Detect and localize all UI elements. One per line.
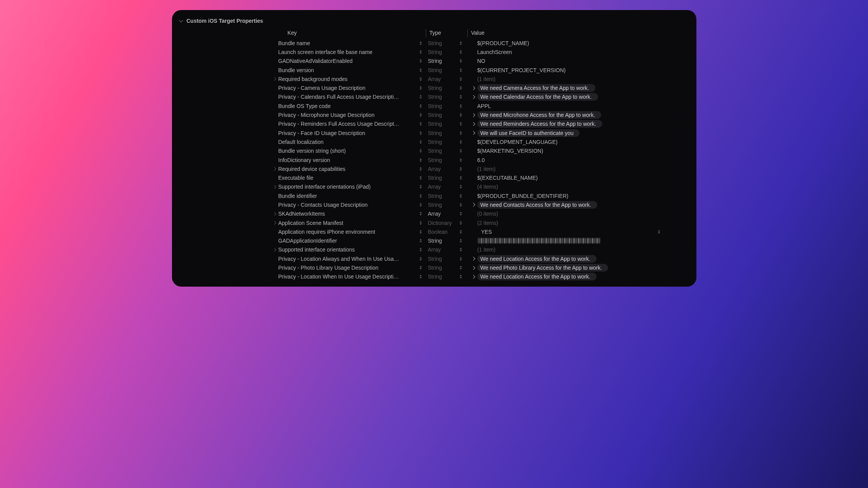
type-stepper-icon[interactable] [458, 211, 463, 217]
type-stepper-icon[interactable] [458, 67, 463, 73]
type-cell[interactable]: String [426, 83, 468, 92]
key-cell[interactable]: Supported interface orientations [172, 245, 426, 254]
type-cell[interactable]: String [426, 191, 468, 200]
type-cell[interactable]: String [426, 137, 468, 146]
value-stepper-icon[interactable] [656, 229, 662, 235]
chevron-right-icon[interactable] [470, 112, 477, 118]
type-cell[interactable]: String [426, 236, 468, 245]
key-stepper-icon[interactable] [418, 184, 423, 190]
value-cell[interactable]: $(EXECUTABLE_NAME) [468, 173, 696, 182]
type-stepper-icon[interactable] [458, 265, 463, 271]
panel-header[interactable]: Custom iOS Target Properties [172, 16, 696, 28]
table-row[interactable]: Application requires iPhone environmentB… [172, 227, 696, 236]
table-row[interactable]: SKAdNetworkItemsArray(0 items) [172, 209, 696, 218]
chevron-right-icon[interactable] [271, 247, 278, 253]
key-cell[interactable]: InfoDictionary version [172, 155, 426, 164]
key-cell[interactable]: Default localization [172, 137, 426, 146]
key-stepper-icon[interactable] [418, 202, 423, 208]
key-cell[interactable]: Required background modes [172, 74, 426, 83]
table-row[interactable]: Bundle version string (short)String$(MAR… [172, 147, 696, 155]
key-cell[interactable]: Privacy - Reminders Full Access Usage De… [172, 120, 426, 128]
chevron-right-icon[interactable] [470, 202, 477, 208]
table-row[interactable]: Default localizationString$(DEVELOPMENT_… [172, 137, 696, 146]
column-divider[interactable] [467, 29, 468, 37]
type-stepper-icon[interactable] [458, 193, 463, 199]
type-cell[interactable]: String [426, 110, 468, 119]
key-stepper-icon[interactable] [418, 58, 423, 64]
value-cell[interactable]: We need Contacts Access for the App to w… [468, 200, 696, 209]
type-cell[interactable]: String [426, 47, 468, 56]
key-stepper-icon[interactable] [418, 265, 423, 271]
chevron-right-icon[interactable] [271, 220, 278, 226]
column-value[interactable]: Value [468, 28, 696, 39]
value-cell[interactable]: We need Photo Library Access for the App… [468, 263, 696, 272]
table-row[interactable]: Bundle versionString$(CURRENT_PROJECT_VE… [172, 66, 696, 74]
key-cell[interactable]: Privacy - Camera Usage Description [172, 83, 426, 92]
type-cell[interactable]: String [426, 128, 468, 137]
type-cell[interactable]: Array [426, 209, 468, 218]
key-stepper-icon[interactable] [418, 130, 423, 136]
type-cell[interactable]: Array [426, 164, 468, 173]
table-row[interactable]: Bundle OS Type codeStringAPPL [172, 101, 696, 110]
type-stepper-icon[interactable] [458, 112, 463, 118]
table-row[interactable]: Privacy - Location When In Use Usage Des… [172, 272, 696, 281]
type-cell[interactable]: String [426, 263, 468, 272]
key-cell[interactable]: Executable file [172, 173, 426, 182]
key-stepper-icon[interactable] [418, 220, 423, 226]
value-cell[interactable]: We need Location Access for the App to w… [468, 254, 696, 263]
key-stepper-icon[interactable] [418, 112, 423, 118]
type-stepper-icon[interactable] [458, 49, 463, 55]
value-cell[interactable]: (0 items) [468, 209, 696, 218]
column-divider[interactable] [426, 29, 426, 37]
key-stepper-icon[interactable] [418, 247, 423, 253]
key-cell[interactable]: Application Scene Manifest [172, 218, 426, 227]
key-stepper-icon[interactable] [418, 166, 423, 172]
value-cell[interactable]: We need Reminders Access for the App to … [468, 120, 696, 128]
table-row[interactable]: GADNativeAdValidatorEnabledStringNO [172, 57, 696, 66]
key-stepper-icon[interactable] [418, 94, 423, 100]
table-row[interactable]: Supported interface orientationsArray(1 … [172, 245, 696, 254]
key-stepper-icon[interactable] [418, 103, 423, 109]
key-stepper-icon[interactable] [418, 193, 423, 199]
type-stepper-icon[interactable] [458, 121, 463, 127]
key-stepper-icon[interactable] [418, 238, 423, 244]
table-row[interactable]: Privacy - Location Always and When In Us… [172, 254, 696, 263]
type-stepper-icon[interactable] [458, 103, 463, 109]
type-stepper-icon[interactable] [458, 166, 463, 172]
type-cell[interactable]: String [426, 57, 468, 66]
key-stepper-icon[interactable] [418, 211, 423, 217]
key-stepper-icon[interactable] [418, 49, 423, 55]
value-cell[interactable]: YES [468, 227, 696, 236]
table-row[interactable]: Bundle nameString$(PRODUCT_NAME) [172, 39, 696, 47]
type-cell[interactable]: String [426, 66, 468, 74]
type-cell[interactable]: Array [426, 182, 468, 191]
type-cell[interactable]: String [426, 101, 468, 110]
value-cell[interactable]: (4 items) [468, 182, 696, 191]
type-stepper-icon[interactable] [458, 40, 463, 46]
type-cell[interactable]: String [426, 147, 468, 155]
table-row[interactable]: Application Scene ManifestDictionary(2 i… [172, 218, 696, 227]
key-cell[interactable]: Privacy - Calendars Full Access Usage De… [172, 93, 426, 101]
type-cell[interactable]: String [426, 173, 468, 182]
type-cell[interactable]: Dictionary [426, 218, 468, 227]
chevron-right-icon[interactable] [470, 121, 477, 127]
key-cell[interactable]: Privacy - Location When In Use Usage Des… [172, 272, 426, 281]
key-cell[interactable]: Supported interface orientations (iPad) [172, 182, 426, 191]
key-stepper-icon[interactable] [418, 67, 423, 73]
value-cell[interactable]: $(MARKETING_VERSION) [468, 147, 696, 155]
table-row[interactable]: Privacy - Contacts Usage DescriptionStri… [172, 200, 696, 209]
type-cell[interactable]: String [426, 254, 468, 263]
column-type[interactable]: Type [426, 28, 468, 39]
key-stepper-icon[interactable] [418, 274, 423, 280]
type-cell[interactable]: String [426, 93, 468, 101]
type-cell[interactable]: Boolean [426, 227, 468, 236]
chevron-right-icon[interactable] [271, 76, 278, 82]
key-stepper-icon[interactable] [418, 139, 423, 145]
key-stepper-icon[interactable] [418, 229, 423, 235]
table-row[interactable]: Required background modesArray(1 item) [172, 74, 696, 83]
value-cell[interactable]: $(DEVELOPMENT_LANGUAGE) [468, 137, 696, 146]
type-stepper-icon[interactable] [458, 94, 463, 100]
value-cell[interactable]: (1 item) [468, 245, 696, 254]
chevron-down-icon[interactable] [177, 18, 184, 24]
value-cell[interactable]: (1 item) [468, 74, 696, 83]
